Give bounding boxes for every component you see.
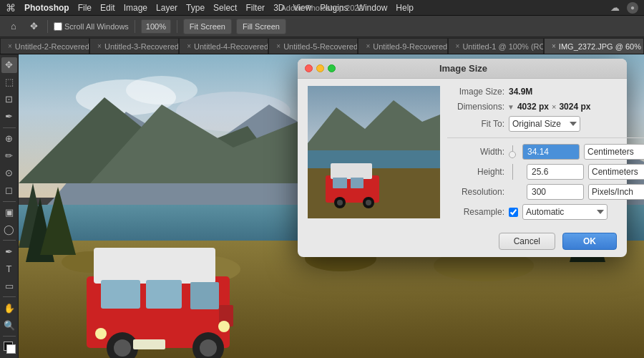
chain-spacer bbox=[509, 164, 520, 180]
tool-zoom[interactable]: 🔍 bbox=[1, 317, 17, 333]
tool-separator-4 bbox=[3, 296, 16, 297]
svg-rect-30 bbox=[133, 339, 165, 349]
tool-separator-1 bbox=[3, 127, 16, 128]
tab-untitled1[interactable]: × Untitled-1 @ 100% (RC... bbox=[448, 38, 544, 54]
canvas-area[interactable]: Image Size bbox=[19, 54, 644, 358]
tool-heal[interactable]: ⊕ bbox=[1, 131, 17, 147]
fit-to-row: Fit To: Original Size bbox=[447, 116, 644, 132]
height-unit-select[interactable]: Centimeters Pixels Inches bbox=[588, 164, 644, 180]
width-unit-select[interactable]: Centimeters Pixels Inches bbox=[584, 144, 644, 160]
svg-point-27 bbox=[114, 339, 131, 357]
tab-untitled5[interactable]: × Untitled-5-Recovered... bbox=[268, 38, 358, 54]
svg-rect-19 bbox=[94, 248, 215, 284]
fit-to-select[interactable]: Original Size bbox=[509, 116, 580, 132]
image-size-value: 34.9M bbox=[509, 87, 532, 97]
tab-untitled9[interactable]: × Untitled-9-Recovered... bbox=[358, 38, 447, 54]
cloud-icon: ☁ bbox=[610, 2, 620, 13]
fill-screen-button[interactable]: Fill Screen bbox=[236, 19, 286, 34]
svg-rect-37 bbox=[331, 163, 372, 179]
traffic-lights bbox=[305, 64, 336, 72]
width-input[interactable] bbox=[522, 144, 580, 160]
svg-point-24 bbox=[218, 321, 230, 332]
tool-clone[interactable]: ⊙ bbox=[1, 165, 17, 181]
dialog-footer: Cancel OK bbox=[298, 227, 627, 257]
dialog-title: Image Size bbox=[336, 63, 591, 74]
fit-screen-button[interactable]: Fit Screen bbox=[183, 19, 232, 34]
dialog-preview bbox=[308, 86, 440, 218]
svg-point-41 bbox=[337, 200, 343, 205]
zoom-input[interactable] bbox=[141, 19, 171, 34]
foreground-color[interactable] bbox=[1, 339, 17, 355]
close-button[interactable] bbox=[305, 64, 313, 72]
height-input[interactable] bbox=[527, 164, 584, 180]
dimensions-label: Dimensions: bbox=[447, 102, 504, 112]
tool-crop[interactable]: ⊡ bbox=[1, 92, 17, 107]
move-tool-button[interactable]: ✥ bbox=[26, 19, 42, 34]
tool-gradient[interactable]: ▣ bbox=[1, 205, 17, 221]
menu-bar: ⌘ Photoshop File Edit Image Layer Type S… bbox=[0, 0, 644, 16]
tool-eraser[interactable]: ◻ bbox=[1, 183, 17, 198]
tool-brush[interactable]: ✏ bbox=[1, 148, 17, 164]
svg-rect-20 bbox=[101, 280, 140, 309]
resample-method-select[interactable]: Automatic Preserve Details Bicubic Smoot… bbox=[522, 204, 608, 220]
minimize-button[interactable] bbox=[316, 64, 324, 72]
tab-untitled2[interactable]: × Untitled-2-Recovered... bbox=[0, 38, 89, 54]
tool-pen[interactable]: ✒ bbox=[1, 243, 17, 259]
chain-icon bbox=[509, 145, 516, 158]
height-label: Height: bbox=[447, 167, 504, 177]
image-size-row: Image Size: 34.9M ⚙ bbox=[447, 86, 644, 97]
tool-lasso[interactable]: ⬚ bbox=[1, 74, 17, 90]
dimensions-dropdown-icon[interactable]: ▼ bbox=[507, 103, 514, 111]
tab-untitled3[interactable]: × Untitled-3-Recovered... bbox=[89, 38, 179, 54]
menu-file[interactable]: File bbox=[78, 3, 92, 13]
tool-hand[interactable]: ✋ bbox=[1, 300, 17, 316]
resolution-unit-select[interactable]: Pixels/Inch Pixels/cm bbox=[588, 184, 644, 200]
app-name: Photoshop bbox=[24, 3, 69, 13]
tab-untitled4[interactable]: × Untitled-4-Recovered... bbox=[179, 38, 268, 54]
tool-blur[interactable]: ◯ bbox=[1, 221, 17, 237]
tab-img2372[interactable]: × IMG_2372.JPG @ 60% (RGB/8*) bbox=[544, 38, 644, 54]
dimensions-height: 3024 px bbox=[559, 102, 590, 112]
scroll-all-label: Scroll All Windows bbox=[54, 22, 129, 31]
user-icon[interactable]: ● bbox=[627, 2, 638, 14]
home-button[interactable]: ⌂ bbox=[6, 19, 21, 34]
ctrl-separator bbox=[447, 137, 644, 138]
cancel-button[interactable]: Cancel bbox=[499, 233, 555, 250]
tool-text[interactable]: T bbox=[1, 261, 17, 276]
dimensions-width: 4032 px bbox=[517, 102, 549, 112]
menu-help[interactable]: Help bbox=[396, 3, 414, 13]
main-area: ✥ ⬚ ⊡ ✒ ⊕ ✏ ⊙ ◻ ▣ ◯ ✒ T ▭ ✋ 🔍 bbox=[0, 54, 644, 358]
menu-layer[interactable]: Layer bbox=[156, 3, 177, 13]
scroll-all-checkbox[interactable] bbox=[54, 22, 62, 31]
svg-point-29 bbox=[200, 339, 217, 357]
svg-rect-22 bbox=[190, 282, 219, 309]
image-size-dialog[interactable]: Image Size bbox=[298, 59, 627, 257]
tool-separator-2 bbox=[3, 201, 16, 202]
resolution-row: Resolution: Pixels/Inch Pixels/cm bbox=[447, 184, 644, 200]
left-toolbar: ✥ ⬚ ⊡ ✒ ⊕ ✏ ⊙ ◻ ▣ ◯ ✒ T ▭ ✋ 🔍 bbox=[0, 54, 19, 358]
svg-rect-38 bbox=[333, 178, 347, 188]
resolution-input[interactable] bbox=[527, 184, 584, 200]
dialog-titlebar: Image Size bbox=[298, 59, 627, 79]
svg-rect-21 bbox=[146, 280, 182, 309]
menu-edit[interactable]: Edit bbox=[100, 3, 115, 13]
dialog-body: Image Size: 34.9M ⚙ Dimensions: ▼ 4032 p… bbox=[298, 79, 627, 227]
menu-select[interactable]: Select bbox=[213, 3, 237, 13]
ok-button[interactable]: OK bbox=[562, 233, 617, 250]
maximize-button[interactable] bbox=[328, 64, 336, 72]
width-row: Width: Centimeters Pixels Inches bbox=[447, 144, 644, 160]
svg-point-43 bbox=[366, 200, 371, 205]
resample-row: Resample: Automatic Preserve Details Bic… bbox=[447, 204, 644, 220]
toolbar-separator-2 bbox=[135, 20, 135, 33]
tool-separator-5 bbox=[3, 336, 16, 337]
resample-checkbox[interactable] bbox=[509, 208, 518, 217]
apple-menu[interactable]: ⌘ bbox=[6, 2, 16, 14]
dimensions-x: × bbox=[552, 102, 556, 111]
menu-image[interactable]: Image bbox=[124, 3, 147, 13]
menu-type[interactable]: Type bbox=[186, 3, 205, 13]
image-size-label: Image Size: bbox=[447, 87, 504, 97]
tool-eyedropper[interactable]: ✒ bbox=[1, 109, 17, 125]
tool-shape[interactable]: ▭ bbox=[1, 278, 17, 294]
tool-move[interactable]: ✥ bbox=[1, 57, 17, 73]
menu-filter[interactable]: Filter bbox=[245, 3, 265, 13]
